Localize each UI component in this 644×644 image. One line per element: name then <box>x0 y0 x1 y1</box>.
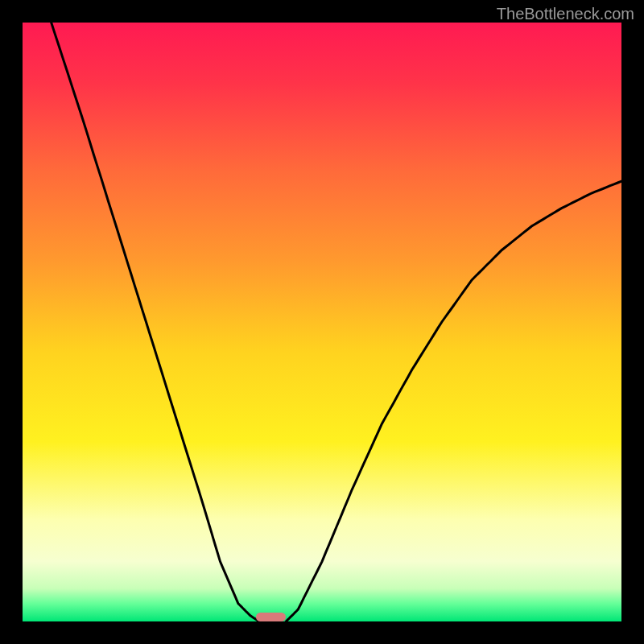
watermark-text: TheBottleneck.com <box>497 5 634 23</box>
chart-plot-area <box>23 23 621 621</box>
bottleneck-marker <box>256 613 286 621</box>
chart-curve <box>23 23 621 621</box>
